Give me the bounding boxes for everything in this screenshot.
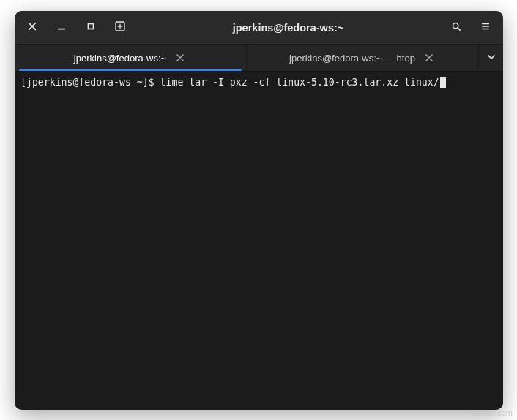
menu-button[interactable]	[472, 15, 499, 40]
tab-1[interactable]: jperkins@fedora-ws:~	[15, 45, 246, 71]
tab-label: jperkins@fedora-ws:~	[74, 53, 166, 64]
close-window-button[interactable]	[19, 15, 45, 40]
new-tab-icon	[114, 20, 126, 35]
search-icon	[451, 21, 461, 34]
watermark: wsxdn.com	[472, 408, 513, 417]
terminal-prompt: [jperkins@fedora-ws ~]$	[21, 77, 160, 88]
terminal-window: jperkins@fedora-ws:~ jperkins@fedora-ws:…	[15, 11, 503, 410]
close-icon	[425, 53, 433, 64]
minimize-window-button[interactable]	[48, 15, 75, 40]
close-icon	[27, 21, 37, 34]
tab-label: jperkins@fedora-ws:~ — htop	[289, 53, 415, 64]
maximize-window-button[interactable]	[78, 15, 104, 40]
tab-close-button[interactable]	[174, 51, 187, 64]
tab-2[interactable]: jperkins@fedora-ws:~ — htop	[246, 45, 478, 71]
close-icon	[176, 53, 184, 64]
window-title: jperkins@fedora-ws:~	[136, 22, 440, 34]
new-tab-button[interactable]	[107, 15, 133, 40]
search-button[interactable]	[443, 15, 469, 40]
svg-rect-0	[89, 23, 94, 29]
tabbar: jperkins@fedora-ws:~ jperkins@fedora-ws:…	[15, 45, 503, 72]
tab-close-button[interactable]	[423, 51, 436, 64]
terminal[interactable]: [jperkins@fedora-ws ~]$ time tar -I pxz …	[15, 72, 503, 410]
minimize-icon	[56, 21, 67, 34]
terminal-command: time tar -I pxz -cf linux-5.10-rc3.tar.x…	[160, 77, 439, 88]
tab-dropdown-button[interactable]	[478, 45, 503, 71]
titlebar: jperkins@fedora-ws:~	[15, 11, 503, 45]
hamburger-icon	[480, 21, 491, 34]
titlebar-right-group	[443, 15, 499, 40]
maximize-icon	[86, 21, 96, 34]
terminal-line: [jperkins@fedora-ws ~]$ time tar -I pxz …	[21, 76, 497, 89]
chevron-down-icon	[487, 51, 496, 64]
terminal-cursor	[440, 77, 446, 88]
